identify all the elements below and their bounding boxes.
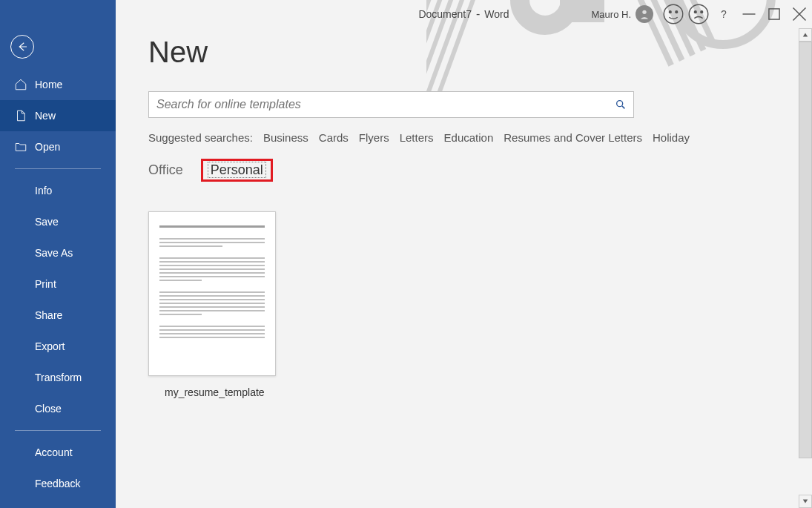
nav-bottom: Account Feedback [0,437,116,499]
backstage-sidebar: Home New Open Info Save Save As Print Sh… [0,0,116,508]
search-input[interactable] [149,98,608,111]
suggested-resumes[interactable]: Resumes and Cover Letters [504,131,642,144]
suggested-cards[interactable]: Cards [319,131,349,144]
file-icon [14,109,27,122]
nav-save-as[interactable]: Save As [0,237,116,268]
svg-point-17 [689,4,708,24]
nav-middle: Info Save Save As Print Share Export Tra… [0,175,116,424]
nav-new-label: New [35,110,56,122]
template-thumbnail [148,211,276,376]
svg-marker-26 [803,33,808,37]
tab-personal[interactable]: Personal [208,162,266,178]
nav-transform[interactable]: Transform [0,362,116,393]
tab-personal-highlight: Personal [201,159,273,182]
user-icon [638,8,650,20]
nav-feedback[interactable]: Feedback [0,468,116,499]
vertical-scrollbar[interactable] [799,28,812,508]
main-area: Document7 - Word Mauro H. ? New Sugg [116,0,812,508]
nav-open[interactable]: Open [0,131,116,162]
nav-top: Home New Open [0,69,116,162]
minimize-button[interactable] [736,3,762,25]
feedback-frown-button[interactable] [686,3,711,25]
svg-point-14 [664,4,683,24]
scroll-up-button[interactable] [799,28,812,42]
suggested-label: Suggested searches: [148,131,253,144]
svg-point-15 [669,11,671,13]
svg-point-16 [676,11,678,13]
suggested-flyers[interactable]: Flyers [359,131,389,144]
svg-point-18 [694,11,696,13]
arrow-left-icon [16,40,29,53]
svg-marker-27 [803,500,808,504]
user-name[interactable]: Mauro H. [592,9,631,20]
nav-new[interactable]: New [0,100,116,131]
nav-separator-1 [15,168,101,169]
nav-separator-2 [15,430,101,431]
search-icon [615,99,627,110]
nav-home[interactable]: Home [0,69,116,100]
nav-export[interactable]: Export [0,331,116,362]
close-button[interactable] [787,3,812,25]
title-separator: - [476,7,480,21]
nav-open-label: Open [35,141,60,153]
suggested-holiday[interactable]: Holiday [653,131,690,144]
home-icon [14,78,27,91]
nav-close[interactable]: Close [0,393,116,424]
svg-point-24 [617,101,623,107]
svg-rect-21 [769,9,779,19]
help-button[interactable]: ? [711,3,736,25]
template-item[interactable]: my_resume_template [148,211,276,398]
templates-grid: my_resume_template [148,211,812,398]
suggested-education[interactable]: Education [444,131,494,144]
folder-icon [14,140,27,154]
template-tabs: Office Personal [148,159,812,182]
nav-home-label: Home [35,79,62,90]
suggested-business[interactable]: Business [263,131,308,144]
page-title: New [148,36,812,69]
scroll-thumb[interactable] [799,42,812,458]
app-name: Word [484,8,509,20]
document-name: Document7 [418,8,472,20]
nav-save[interactable]: Save [0,206,116,237]
scroll-track[interactable] [799,42,812,495]
svg-point-19 [701,11,703,13]
search-box [148,91,634,118]
suggested-searches: Suggested searches: Business Cards Flyer… [148,131,812,144]
title-right: Mauro H. ? [592,0,812,28]
template-label: my_resume_template [148,386,276,398]
avatar[interactable] [636,5,653,23]
nav-share[interactable]: Share [0,300,116,331]
nav-print[interactable]: Print [0,268,116,300]
tab-office[interactable]: Office [148,162,183,178]
feedback-smile-button[interactable] [661,3,686,25]
svg-point-13 [642,10,646,14]
svg-line-25 [622,106,624,108]
title-bar: Document7 - Word Mauro H. ? [116,0,812,28]
content: New Suggested searches: Business Cards F… [116,28,812,508]
nav-info[interactable]: Info [0,175,116,206]
back-button[interactable] [10,35,34,59]
maximize-button[interactable] [762,3,787,25]
suggested-letters[interactable]: Letters [400,131,434,144]
nav-account[interactable]: Account [0,437,116,468]
scroll-down-button[interactable] [799,495,812,508]
search-button[interactable] [608,92,633,117]
